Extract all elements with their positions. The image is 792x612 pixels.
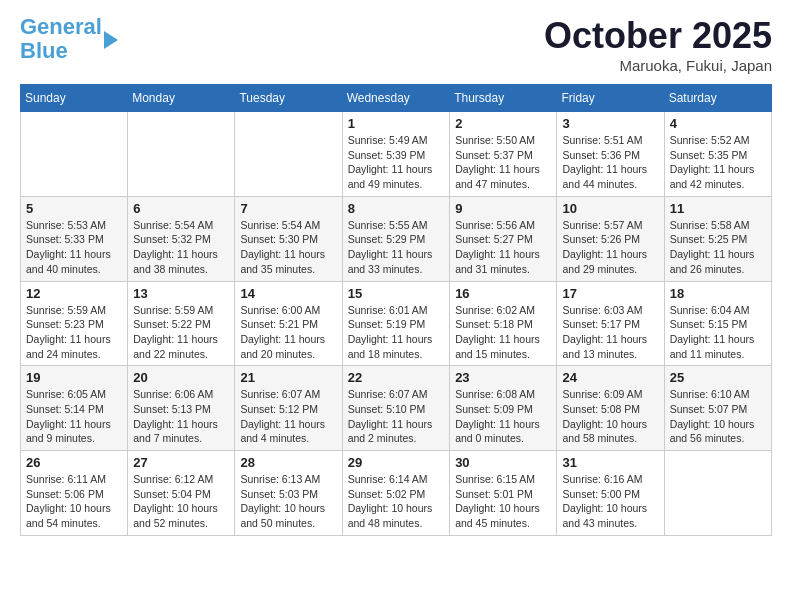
day-number: 15 [348,286,444,301]
table-row: 18Sunrise: 6:04 AM Sunset: 5:15 PM Dayli… [664,281,771,366]
day-number: 11 [670,201,766,216]
day-number: 12 [26,286,122,301]
cell-content: Sunrise: 5:57 AM Sunset: 5:26 PM Dayligh… [562,218,658,277]
day-number: 9 [455,201,551,216]
table-row: 20Sunrise: 6:06 AM Sunset: 5:13 PM Dayli… [128,366,235,451]
cell-content: Sunrise: 6:07 AM Sunset: 5:10 PM Dayligh… [348,387,444,446]
day-number: 21 [240,370,336,385]
day-number: 17 [562,286,658,301]
cell-content: Sunrise: 5:49 AM Sunset: 5:39 PM Dayligh… [348,133,444,192]
cell-content: Sunrise: 6:04 AM Sunset: 5:15 PM Dayligh… [670,303,766,362]
cell-content: Sunrise: 6:12 AM Sunset: 5:04 PM Dayligh… [133,472,229,531]
cell-content: Sunrise: 5:54 AM Sunset: 5:32 PM Dayligh… [133,218,229,277]
header-thursday: Thursday [450,85,557,112]
table-row: 22Sunrise: 6:07 AM Sunset: 5:10 PM Dayli… [342,366,449,451]
cell-content: Sunrise: 5:55 AM Sunset: 5:29 PM Dayligh… [348,218,444,277]
day-number: 28 [240,455,336,470]
table-row: 9Sunrise: 5:56 AM Sunset: 5:27 PM Daylig… [450,196,557,281]
table-row: 26Sunrise: 6:11 AM Sunset: 5:06 PM Dayli… [21,451,128,536]
table-row: 15Sunrise: 6:01 AM Sunset: 5:19 PM Dayli… [342,281,449,366]
cell-content: Sunrise: 5:51 AM Sunset: 5:36 PM Dayligh… [562,133,658,192]
cell-content: Sunrise: 6:03 AM Sunset: 5:17 PM Dayligh… [562,303,658,362]
cell-content: Sunrise: 6:05 AM Sunset: 5:14 PM Dayligh… [26,387,122,446]
day-number: 2 [455,116,551,131]
table-row [664,451,771,536]
cell-content: Sunrise: 6:16 AM Sunset: 5:00 PM Dayligh… [562,472,658,531]
day-number: 5 [26,201,122,216]
calendar-week-row: 1Sunrise: 5:49 AM Sunset: 5:39 PM Daylig… [21,112,772,197]
calendar-week-row: 26Sunrise: 6:11 AM Sunset: 5:06 PM Dayli… [21,451,772,536]
table-row: 4Sunrise: 5:52 AM Sunset: 5:35 PM Daylig… [664,112,771,197]
cell-content: Sunrise: 5:59 AM Sunset: 5:22 PM Dayligh… [133,303,229,362]
table-row: 30Sunrise: 6:15 AM Sunset: 5:01 PM Dayli… [450,451,557,536]
header-sunday: Sunday [21,85,128,112]
table-row: 29Sunrise: 6:14 AM Sunset: 5:02 PM Dayli… [342,451,449,536]
cell-content: Sunrise: 6:01 AM Sunset: 5:19 PM Dayligh… [348,303,444,362]
header-tuesday: Tuesday [235,85,342,112]
cell-content: Sunrise: 6:06 AM Sunset: 5:13 PM Dayligh… [133,387,229,446]
table-row: 2Sunrise: 5:50 AM Sunset: 5:37 PM Daylig… [450,112,557,197]
calendar-header-row: Sunday Monday Tuesday Wednesday Thursday… [21,85,772,112]
day-number: 1 [348,116,444,131]
table-row: 21Sunrise: 6:07 AM Sunset: 5:12 PM Dayli… [235,366,342,451]
location-subtitle: Maruoka, Fukui, Japan [544,57,772,74]
day-number: 27 [133,455,229,470]
table-row [128,112,235,197]
cell-content: Sunrise: 6:07 AM Sunset: 5:12 PM Dayligh… [240,387,336,446]
table-row: 8Sunrise: 5:55 AM Sunset: 5:29 PM Daylig… [342,196,449,281]
day-number: 14 [240,286,336,301]
day-number: 23 [455,370,551,385]
cell-content: Sunrise: 5:56 AM Sunset: 5:27 PM Dayligh… [455,218,551,277]
table-row: 12Sunrise: 5:59 AM Sunset: 5:23 PM Dayli… [21,281,128,366]
table-row: 28Sunrise: 6:13 AM Sunset: 5:03 PM Dayli… [235,451,342,536]
calendar-week-row: 5Sunrise: 5:53 AM Sunset: 5:33 PM Daylig… [21,196,772,281]
day-number: 7 [240,201,336,216]
day-number: 13 [133,286,229,301]
cell-content: Sunrise: 5:58 AM Sunset: 5:25 PM Dayligh… [670,218,766,277]
table-row: 6Sunrise: 5:54 AM Sunset: 5:32 PM Daylig… [128,196,235,281]
table-row: 14Sunrise: 6:00 AM Sunset: 5:21 PM Dayli… [235,281,342,366]
calendar-table: Sunday Monday Tuesday Wednesday Thursday… [20,84,772,536]
logo-arrow-icon [104,31,118,49]
day-number: 31 [562,455,658,470]
table-row: 10Sunrise: 5:57 AM Sunset: 5:26 PM Dayli… [557,196,664,281]
cell-content: Sunrise: 6:02 AM Sunset: 5:18 PM Dayligh… [455,303,551,362]
table-row [21,112,128,197]
logo: General Blue [20,15,118,63]
month-title: October 2025 [544,15,772,57]
day-number: 29 [348,455,444,470]
table-row: 11Sunrise: 5:58 AM Sunset: 5:25 PM Dayli… [664,196,771,281]
cell-content: Sunrise: 6:11 AM Sunset: 5:06 PM Dayligh… [26,472,122,531]
day-number: 26 [26,455,122,470]
day-number: 18 [670,286,766,301]
table-row: 1Sunrise: 5:49 AM Sunset: 5:39 PM Daylig… [342,112,449,197]
day-number: 4 [670,116,766,131]
table-row: 7Sunrise: 5:54 AM Sunset: 5:30 PM Daylig… [235,196,342,281]
day-number: 22 [348,370,444,385]
title-block: October 2025 Maruoka, Fukui, Japan [544,15,772,74]
cell-content: Sunrise: 5:52 AM Sunset: 5:35 PM Dayligh… [670,133,766,192]
page-container: General Blue October 2025 Maruoka, Fukui… [0,0,792,546]
header-saturday: Saturday [664,85,771,112]
table-row: 24Sunrise: 6:09 AM Sunset: 5:08 PM Dayli… [557,366,664,451]
header-monday: Monday [128,85,235,112]
header-wednesday: Wednesday [342,85,449,112]
header: General Blue October 2025 Maruoka, Fukui… [20,15,772,74]
cell-content: Sunrise: 6:09 AM Sunset: 5:08 PM Dayligh… [562,387,658,446]
cell-content: Sunrise: 6:15 AM Sunset: 5:01 PM Dayligh… [455,472,551,531]
day-number: 6 [133,201,229,216]
cell-content: Sunrise: 6:10 AM Sunset: 5:07 PM Dayligh… [670,387,766,446]
table-row: 23Sunrise: 6:08 AM Sunset: 5:09 PM Dayli… [450,366,557,451]
day-number: 25 [670,370,766,385]
day-number: 19 [26,370,122,385]
cell-content: Sunrise: 6:08 AM Sunset: 5:09 PM Dayligh… [455,387,551,446]
header-friday: Friday [557,85,664,112]
day-number: 30 [455,455,551,470]
calendar-week-row: 12Sunrise: 5:59 AM Sunset: 5:23 PM Dayli… [21,281,772,366]
day-number: 20 [133,370,229,385]
table-row: 31Sunrise: 6:16 AM Sunset: 5:00 PM Dayli… [557,451,664,536]
cell-content: Sunrise: 6:00 AM Sunset: 5:21 PM Dayligh… [240,303,336,362]
table-row [235,112,342,197]
table-row: 27Sunrise: 6:12 AM Sunset: 5:04 PM Dayli… [128,451,235,536]
table-row: 16Sunrise: 6:02 AM Sunset: 5:18 PM Dayli… [450,281,557,366]
